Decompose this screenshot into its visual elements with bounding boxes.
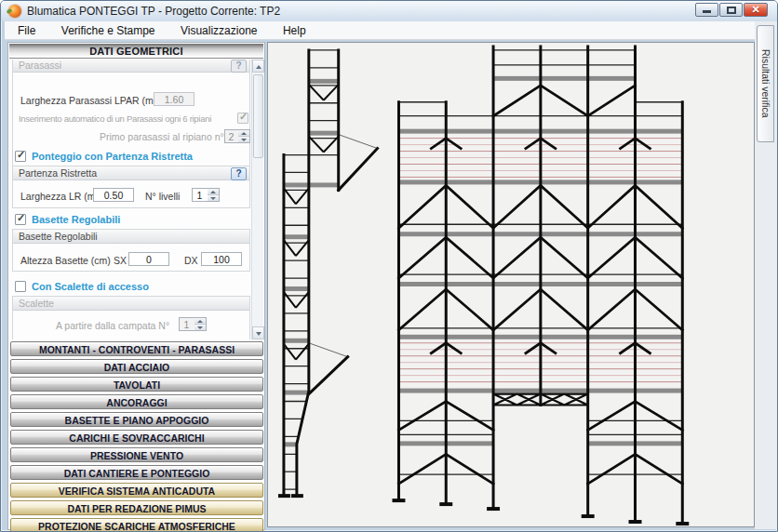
- scroll-up-icon[interactable]: [252, 60, 264, 73]
- scroll-down-icon[interactable]: [252, 326, 264, 339]
- section-dati-acciaio[interactable]: DATI ACCIAIO: [10, 359, 263, 374]
- campata-spinner[interactable]: 1: [179, 317, 207, 331]
- check-mark-icon: ✓: [17, 212, 25, 224]
- close-button[interactable]: ✕: [744, 3, 768, 17]
- app-window: Blumatica PONTEGGI TP - Progetto Corrent…: [0, 0, 778, 532]
- section-protezione-scariche-atmosferiche[interactable]: PROTEZIONE SCARICHE ATMOSFERICHE: [10, 518, 263, 532]
- section-dati-geometrici[interactable]: DATI GEOMETRICI: [9, 44, 263, 59]
- section-dati-cantiere-e-ponteggio[interactable]: DATI CANTIERE E PONTEGGIO: [10, 465, 263, 480]
- dati-geometrici-content: Parasassi ? Larghezza Parasassi LPAR (m)…: [9, 60, 263, 339]
- minimize-button[interactable]: [695, 3, 718, 17]
- section-dati-per-redazione-pimus[interactable]: DATI PER REDAZIONE PIMUS: [10, 500, 263, 515]
- scalette-group: Scalette: [12, 296, 250, 339]
- auto-parasassi-label: Inserimento automatico di un Parasassi o…: [19, 113, 211, 124]
- section-carichi-e-sovraccarichi[interactable]: CARICHI E SOVRACCARICHI: [10, 430, 263, 445]
- sx-label: SX: [114, 255, 127, 266]
- larghezza-parasassi-input[interactable]: [154, 92, 194, 106]
- section-ancoraggi[interactable]: ANCORAGGI: [10, 394, 263, 409]
- check-mark-icon: ✓: [17, 149, 25, 161]
- n-livelli-label: N° livelli: [145, 191, 180, 202]
- maximize-icon: [727, 7, 736, 14]
- basette-regolabili-checkbox[interactable]: ✓: [15, 214, 26, 225]
- partenza-ristretta-group: Partenza Ristretta ?: [12, 166, 250, 208]
- scrollbar-thumb[interactable]: [253, 74, 263, 158]
- basette-regolabili-checkbox-label[interactable]: Basette Regolabili: [32, 214, 120, 225]
- drawing-area: [267, 42, 755, 527]
- partenza-ristretta-group-label: Partenza Ristretta: [13, 166, 249, 180]
- partenza-ristretta-checkbox-label[interactable]: Ponteggio con Partenza Ristretta: [32, 151, 193, 162]
- scalette-group-label: Scalette: [13, 297, 249, 311]
- app-logo-icon: [8, 5, 21, 18]
- altezza-basette-label: Altezza Basette (cm): [20, 255, 111, 266]
- primo-parasassi-spinner[interactable]: 2: [224, 129, 250, 143]
- altezza-basette-sx-input[interactable]: [128, 252, 169, 266]
- menu-visualizzazione[interactable]: Visualizzazione: [172, 21, 266, 37]
- parasassi-help-button[interactable]: ?: [231, 60, 247, 73]
- altezza-basette-dx-input[interactable]: [201, 252, 242, 266]
- scalette-checkbox-label[interactable]: Con Scalette di accesso: [32, 281, 149, 292]
- window-title: Blumatica PONTEGGI TP - Progetto Corrent…: [27, 5, 280, 18]
- minimize-icon: [703, 10, 711, 13]
- dx-label: DX: [184, 255, 198, 266]
- larghezza-lr-label: Larghezza LR (m): [20, 191, 99, 202]
- menu-verifiche-e-stampe[interactable]: Verifiche e Stampe: [53, 21, 164, 37]
- tab-risultati-verifica[interactable]: Risultati verifica: [757, 25, 774, 142]
- section-montanti-controventi-parasassi[interactable]: MONTANTI - CONTROVENTI - PARASASSI: [10, 341, 263, 356]
- basette-group-label: Basette Regolabili: [13, 230, 249, 244]
- n-livelli-spinner[interactable]: 1: [192, 188, 220, 202]
- spinner-down-icon[interactable]: [194, 325, 206, 331]
- title-bar[interactable]: Blumatica PONTEGGI TP - Progetto Corrent…: [1, 1, 777, 21]
- close-icon: ✕: [744, 4, 767, 16]
- campata-label: A partire dalla campata N°: [56, 320, 169, 331]
- section-tavolati[interactable]: TAVOLATI: [10, 377, 263, 392]
- spinner-down-icon[interactable]: [208, 195, 219, 202]
- scaffold-drawing: [268, 43, 754, 526]
- menu-file[interactable]: File: [9, 21, 44, 37]
- section-verifica-sistema-anticaduta[interactable]: VERIFICA SISTEMA ANTICADUTA: [10, 483, 263, 498]
- scalette-checkbox[interactable]: [15, 281, 26, 292]
- maximize-button[interactable]: [719, 3, 743, 17]
- larghezza-parasassi-label: Larghezza Parasassi LPAR (m): [20, 95, 156, 106]
- parameters-panel: DATI GEOMETRICI Parasassi ? Larghezza Pa…: [7, 42, 265, 530]
- menu-help[interactable]: Help: [275, 21, 315, 37]
- partenza-ristretta-checkbox[interactable]: ✓: [15, 151, 26, 162]
- primo-parasassi-label: Primo parasassi al ripiano n°: [100, 131, 224, 142]
- section-basette-e-piano-appoggio[interactable]: BASETTE E PIANO APPOGGIO: [10, 412, 263, 427]
- check-mark-icon: ✓: [58, 338, 66, 339]
- section-pressione-vento[interactable]: PRESSIONE VENTO: [10, 447, 263, 462]
- spinner-down-icon[interactable]: [238, 137, 249, 143]
- auto-parasassi-checkbox[interactable]: ✓: [237, 113, 248, 124]
- partenza-ristretta-help-button[interactable]: ?: [231, 167, 247, 180]
- check-mark-icon: ✓: [239, 111, 248, 123]
- menu-bar: File Verifiche e Stampe Visualizzazione …: [5, 21, 775, 40]
- larghezza-lr-input[interactable]: [93, 188, 134, 202]
- parasassi-group-label: Parasassi: [13, 60, 249, 73]
- panel-scrollbar[interactable]: [251, 60, 263, 339]
